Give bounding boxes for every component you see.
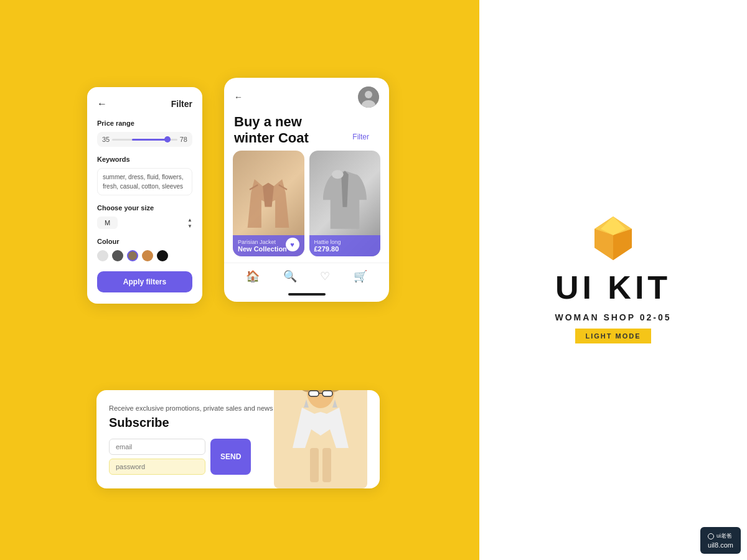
colour-section: Colour [97,238,192,261]
email-input[interactable] [109,439,205,455]
size-badge: M [97,217,118,229]
colour-swatches [97,250,192,261]
home-bar [288,293,326,296]
subscribe-content: Receive exclusive promotions, private sa… [109,404,367,475]
nav-cart-icon[interactable]: 🛒 [354,269,367,283]
price-min: 35 [102,136,110,143]
price-slider-thumb[interactable] [164,136,171,142]
left-panel: ← Filter Price range 35 78 Keywords summ… [0,0,479,560]
avatar [358,86,379,108]
size-arrows[interactable]: ▲ ▼ [187,217,192,229]
nav-home-icon[interactable]: 🏠 [246,269,260,283]
svg-rect-12 [322,391,332,396]
product-back-arrow[interactable]: ← [234,92,243,102]
product-item-jacket[interactable]: Parisian Jacket New Collection ♥ [233,151,304,256]
watermark: ui老爸 uil8.com [700,527,741,554]
send-button[interactable]: SEND [210,439,251,475]
diamond-icon [588,217,638,263]
size-label: Choose your size [97,204,192,212]
heading-line2: winter Coat [234,130,309,146]
filter-title: Filter [171,99,192,109]
product-card-header: ← [224,78,389,114]
coat-label: Hattie long £279.80 [309,235,381,256]
jacket-heart[interactable]: ♥ [286,238,299,251]
svg-rect-11 [309,391,319,396]
subscribe-card: Receive exclusive promotions, private sa… [96,390,380,488]
ui-kit-text: UI KIT [555,269,671,306]
coat-price: £279.80 [314,245,376,253]
svg-point-5 [332,170,344,179]
watermark-line1: ui老爸 [716,532,732,540]
swatch-dark-gray[interactable] [112,250,123,261]
watermark-icon-row: ui老爸 [708,532,733,540]
filter-card: ← Filter Price range 35 78 Keywords summ… [87,87,202,304]
price-max: 78 [180,136,187,143]
subscribe-form: SEND [109,439,367,475]
filter-card-header: ← Filter [97,98,192,110]
size-section: Choose your size M ▲ ▼ [97,204,192,229]
keywords-label: Keywords [97,156,192,163]
heading-line1: Buy a new [234,114,302,129]
apply-filters-button[interactable]: Apply filters [97,271,192,292]
bottom-nav: 🏠 🔍 ♡ 🛒 [224,263,389,292]
coat-name: Hattie long [314,239,376,245]
subscribe-title: Subscribe [109,416,367,430]
password-input[interactable] [109,459,205,475]
swatch-orange[interactable] [142,250,153,261]
size-row: M ▲ ▼ [97,217,192,229]
ui-kit-subtitle: WOMAN SHOP 02-05 [555,312,672,322]
watermark-circle [708,533,714,539]
size-down-arrow[interactable]: ▼ [187,223,192,229]
swatch-light-gray[interactable] [97,250,108,261]
subscribe-inputs [109,439,205,475]
price-range-label: Price range [97,119,192,127]
keywords-box[interactable]: summer, dress, fluid, flowers, fresh, ca… [97,168,192,195]
product-filter-link[interactable]: Filter [342,133,379,147]
price-slider-track[interactable] [112,139,177,141]
svg-point-1 [365,91,372,98]
ui-kit-logo: UI KIT WOMAN SHOP 02-05 LIGHT MODE [555,217,672,343]
product-grid: Parisian Jacket New Collection ♥ Hattie … [224,151,389,263]
filter-back-arrow[interactable]: ← [97,98,107,110]
swatch-black[interactable] [157,250,168,261]
colour-label: Colour [97,238,192,245]
nav-search-icon[interactable]: 🔍 [283,269,297,283]
light-mode-badge[interactable]: LIGHT MODE [575,329,651,343]
right-panel: UI KIT WOMAN SHOP 02-05 LIGHT MODE [479,0,747,560]
watermark-line2: uil8.com [708,541,733,549]
price-range-row: 35 78 [97,132,192,147]
nav-heart-icon[interactable]: ♡ [320,269,330,283]
size-up-arrow[interactable]: ▲ [187,217,192,223]
subscribe-promo-text: Receive exclusive promotions, private sa… [109,404,367,413]
product-item-coat[interactable]: Hattie long £279.80 [309,151,381,256]
keywords-section: Keywords summer, dress, fluid, flowers, … [97,156,192,195]
product-heading: Buy a new winter Coat Filter [224,114,389,151]
swatch-brown[interactable] [127,250,138,261]
product-card: ← Buy a new winter Coat Filter [224,78,389,302]
